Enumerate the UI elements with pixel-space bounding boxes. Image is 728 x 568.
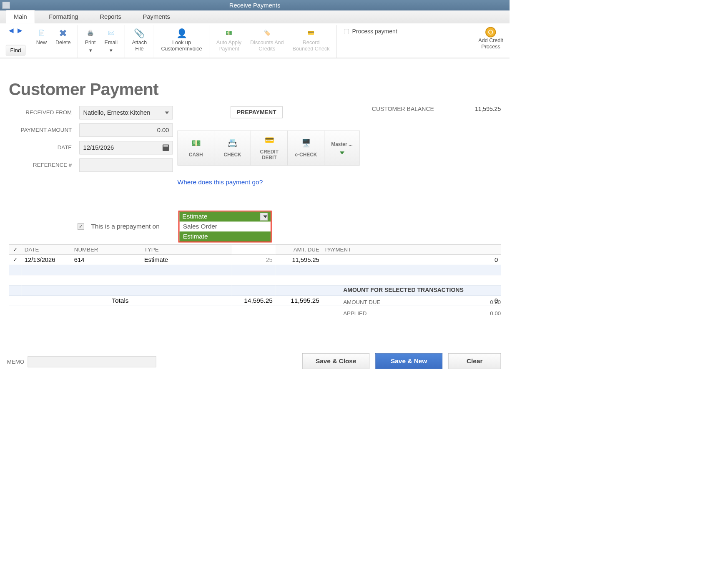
edit-group: 📄 New ✖ Delete (29, 25, 78, 58)
email-icon: ✉️ (108, 28, 114, 39)
page-body: Customer Payment PREPAYMENT CUSTOMER BAL… (0, 79, 510, 306)
pay-cash-button[interactable]: 💵 CASH (178, 131, 214, 166)
new-icon: 📄 (38, 28, 45, 39)
print-label: Print (85, 40, 96, 46)
lookup-icon: 👤 (176, 28, 187, 39)
page-title: Customer Payment (9, 79, 501, 99)
email-button[interactable]: ✉️ Email ▾ (102, 26, 120, 55)
calendar-icon[interactable] (163, 145, 169, 151)
prepayment-checkbox[interactable]: ✓ (78, 224, 84, 230)
echeck-icon: 🖥️ (301, 138, 311, 148)
email-label: Email (105, 40, 118, 46)
save-new-button[interactable]: Save & New (375, 353, 442, 369)
attach-file-button[interactable]: 📎 Attach File (130, 26, 149, 53)
check-icon: 📇 (228, 138, 237, 148)
apply-group: 💵 Auto Apply Payment 🏷️ Discounts And Cr… (209, 25, 337, 58)
payment-amount-input[interactable]: 0.00 (79, 123, 173, 137)
tab-formatting[interactable]: Formatting (41, 10, 86, 23)
row-number: 614 (71, 255, 141, 265)
row-payment[interactable]: 0 (322, 255, 501, 265)
tab-main[interactable]: Main (6, 10, 35, 23)
date-label: DATE (9, 145, 76, 151)
where-payment-goes-link[interactable]: Where does this payment go? (178, 178, 263, 186)
amount-due-value: 0.00 (490, 299, 501, 306)
col-payment[interactable]: PAYMENT (322, 244, 501, 255)
memo-input[interactable] (28, 356, 156, 367)
save-close-button[interactable]: Save & Close (302, 353, 369, 369)
bounced-icon: 💳 (308, 28, 314, 39)
clear-button[interactable]: Clear (448, 353, 501, 369)
totals-label: Totals (9, 296, 232, 306)
prev-record-icon[interactable]: ◀ (9, 27, 14, 34)
col-amt-due[interactable]: AMT. DUE (276, 244, 322, 255)
new-button[interactable]: 📄 New (34, 26, 49, 47)
ribbon-tabs: Main Formatting Reports Payments (0, 10, 510, 23)
row-date: 12/13/2026 (22, 255, 71, 265)
coin-icon (485, 27, 496, 37)
prepayment-label: This is a prepayment on (91, 223, 159, 230)
window-titlebar: Receive Payments (0, 0, 510, 10)
prepayment-type-dropdown[interactable]: Estimate Sales Order Estimate (178, 211, 272, 243)
find-button[interactable]: Find (6, 45, 25, 55)
action-bar: Save & Close Save & New Clear (302, 353, 501, 369)
system-menu-icon[interactable] (3, 2, 10, 9)
pay-check-button[interactable]: 📇 CHECK (214, 131, 251, 166)
col-type[interactable]: TYPE (141, 244, 232, 255)
chevron-down-icon[interactable] (260, 213, 268, 220)
discount-icon: 🏷️ (264, 28, 270, 39)
bounced-check-button: 💳 Record Bounced Check (290, 26, 332, 53)
add-credit-label: Add Credit Process (478, 38, 503, 50)
find-group: ◀ ▶ Find (3, 25, 29, 58)
pay-more-button[interactable]: Master ... (324, 131, 359, 166)
summary-title: AMOUNT FOR SELECTED TRANSACTIONS (343, 287, 501, 293)
dropdown-option-estimate[interactable]: Estimate (179, 231, 270, 241)
pay-credit-label: CREDIT DEBIT (260, 149, 279, 161)
delete-icon: ✖ (59, 28, 67, 39)
row-orig: 25 (232, 255, 276, 265)
received-from-dropdown[interactable]: Natiello, Ernesto:Kitchen (79, 106, 173, 119)
pay-echeck-button[interactable]: 🖥️ e-CHECK (288, 131, 324, 166)
add-credit-process-button[interactable]: Add Credit Process (474, 25, 507, 58)
process-payment-checkbox[interactable] (344, 29, 349, 34)
cash-icon: 💵 (191, 138, 201, 148)
money-icon: 💵 (226, 28, 232, 39)
row-checkmark[interactable]: ✓ (9, 255, 22, 265)
payment-amount-value: 0.00 (157, 127, 169, 134)
window-title: Receive Payments (229, 2, 281, 9)
next-record-icon[interactable]: ▶ (18, 27, 23, 34)
attach-label: Attach File (132, 40, 147, 52)
print-button[interactable]: 🖨️ Print ▾ (83, 26, 98, 55)
date-value: 12/15/2026 (83, 144, 114, 151)
row-due: 11,595.25 (276, 255, 322, 265)
table-row[interactable]: ✓ 12/13/2026 614 Estimate 25 11,595.25 0 (9, 255, 501, 265)
lookup-label: Look up Customer/Invoice (161, 40, 202, 52)
date-input[interactable]: 12/15/2026 (79, 141, 173, 154)
reference-label: REFERENCE # (9, 162, 76, 168)
col-date[interactable]: DATE (22, 244, 71, 255)
lookup-group: 👤 Look up Customer/Invoice (154, 25, 209, 58)
tab-payments[interactable]: Payments (135, 10, 178, 23)
chevron-down-icon (165, 111, 169, 114)
reference-input[interactable] (79, 158, 173, 172)
pay-more-label: Master ... (331, 142, 353, 148)
delete-button[interactable]: ✖ Delete (53, 26, 73, 47)
process-payment-option[interactable]: Process payment (337, 25, 474, 58)
discounts-label: Discounts And Credits (250, 40, 284, 52)
tab-reports[interactable]: Reports (92, 10, 129, 23)
prepayment-badge: PREPAYMENT (231, 106, 282, 118)
table-row[interactable] (9, 275, 501, 286)
pay-echeck-label: e-CHECK (295, 152, 317, 158)
totals-due: 11,595.25 (276, 296, 322, 306)
lookup-customer-button[interactable]: 👤 Look up Customer/Invoice (159, 26, 204, 53)
ribbon-toolbar: ◀ ▶ Find 📄 New ✖ Delete 🖨️ Print ▾ ✉️ (0, 23, 510, 58)
amount-due-label: AMOUNT DUE (343, 299, 380, 306)
chevron-down-icon (339, 151, 344, 154)
row-type: Estimate (141, 255, 232, 265)
table-row[interactable] (9, 265, 501, 275)
send-group: 🖨️ Print ▾ ✉️ Email ▾ (78, 25, 125, 58)
col-number[interactable]: NUMBER (71, 244, 141, 255)
customer-balance-label: CUSTOMER BALANCE (372, 106, 434, 112)
dropdown-option-sales-order[interactable]: Sales Order (179, 221, 270, 231)
pay-credit-button[interactable]: 💳 CREDIT DEBIT (251, 131, 288, 166)
applied-value: 0.00 (490, 310, 501, 317)
